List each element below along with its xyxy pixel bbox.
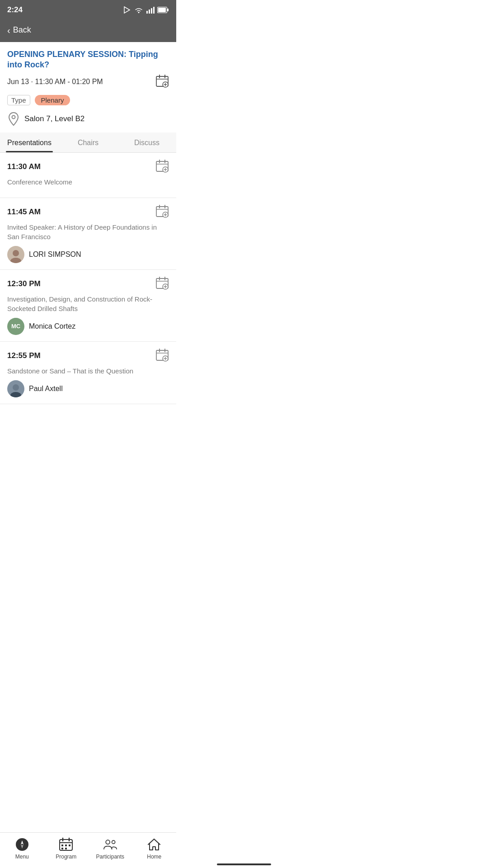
tabs: Presentations Chairs Discuss	[0, 132, 176, 153]
calendar-add-icon	[155, 74, 169, 88]
speaker-name: LORI SIMPSON	[29, 250, 81, 259]
presentation-item: 11:30 AM Conference Welcome	[0, 153, 176, 198]
presentation-item: 12:30 PM Investigation, Design, and Cons…	[0, 270, 176, 342]
add-to-cal-0[interactable]	[155, 159, 169, 175]
calendar-add-icon	[155, 159, 169, 173]
play-icon	[123, 6, 131, 14]
location-icon	[7, 112, 20, 126]
pres-time-row: 11:30 AM	[7, 159, 169, 175]
calendar-add-icon	[155, 348, 169, 362]
svg-rect-7	[158, 8, 166, 12]
nav-bar: ‹ Back	[0, 20, 176, 42]
wifi-icon	[134, 6, 144, 14]
type-badge: Plenary	[35, 95, 70, 105]
svg-point-1	[138, 12, 140, 13]
calendar-add-icon	[155, 276, 169, 290]
pres-title: Investigation, Design, and Construction …	[7, 294, 169, 313]
svg-marker-0	[124, 7, 130, 13]
pres-speaker: Paul Axtell	[7, 380, 169, 397]
location-row: Salon 7, Level B2	[7, 112, 169, 132]
svg-point-48	[10, 392, 21, 397]
pres-time: 12:55 PM	[7, 351, 41, 360]
speaker-avatar-paul	[7, 380, 24, 397]
status-icons	[123, 6, 169, 14]
calendar-add-icon	[155, 204, 169, 218]
session-details: OPENING PLENARY SESSION: Tipping into Ro…	[0, 42, 176, 132]
svg-rect-4	[151, 8, 152, 14]
svg-point-16	[12, 115, 15, 118]
session-location: Salon 7, Level B2	[24, 114, 84, 123]
svg-rect-5	[153, 7, 155, 14]
add-to-cal-2[interactable]	[155, 276, 169, 292]
status-time: 2:24	[7, 5, 23, 14]
pres-time-row: 12:30 PM	[7, 276, 169, 292]
pres-time-row: 11:45 AM	[7, 204, 169, 220]
speaker-avatar-mc: MC	[7, 318, 24, 335]
status-bar: 2:24	[0, 0, 176, 20]
svg-point-32	[10, 258, 21, 263]
type-row: Type Plenary	[7, 95, 169, 105]
speaker-avatar-lori	[7, 246, 24, 263]
pres-speaker: LORI SIMPSON	[7, 246, 169, 263]
pres-title: Conference Welcome	[7, 177, 169, 187]
back-button[interactable]: ‹ Back	[7, 25, 31, 35]
back-chevron-icon: ‹	[7, 26, 10, 35]
signal-icon	[146, 6, 155, 14]
pres-title: Invited Speaker: A History of Deep Found…	[7, 222, 169, 241]
presentations-list: 11:30 AM Conference Welcome	[0, 153, 176, 404]
add-to-calendar-button[interactable]	[155, 74, 169, 90]
session-datetime-row: Jun 13 · 11:30 AM - 01:20 PM	[7, 74, 169, 90]
presentation-item: 12:55 PM Sandstone or Sand – That is the…	[0, 342, 176, 404]
back-label: Back	[13, 25, 31, 35]
pres-time: 12:30 PM	[7, 279, 41, 288]
presentation-item: 11:45 AM Invited Speaker: A History of D…	[0, 198, 176, 270]
tab-presentations[interactable]: Presentations	[0, 132, 59, 152]
pres-time: 11:30 AM	[7, 162, 41, 171]
pres-time-row: 12:55 PM	[7, 348, 169, 363]
tab-discuss[interactable]: Discuss	[117, 132, 176, 152]
speaker-name: Monica Cortez	[29, 322, 75, 330]
pres-speaker: MC Monica Cortez	[7, 318, 169, 335]
svg-rect-3	[149, 9, 150, 14]
svg-rect-8	[167, 9, 169, 11]
tab-chairs[interactable]: Chairs	[59, 132, 117, 152]
type-label: Type	[7, 95, 30, 105]
add-to-cal-1[interactable]	[155, 204, 169, 220]
battery-icon	[157, 7, 169, 13]
session-title: OPENING PLENARY SESSION: Tipping into Ro…	[7, 49, 169, 71]
svg-rect-2	[146, 11, 148, 14]
pres-title: Sandstone or Sand – That is the Question	[7, 366, 169, 376]
session-datetime: Jun 13 · 11:30 AM - 01:20 PM	[7, 78, 103, 86]
pres-time: 11:45 AM	[7, 208, 41, 217]
svg-point-31	[13, 250, 19, 256]
add-to-cal-3[interactable]	[155, 348, 169, 363]
speaker-name: Paul Axtell	[29, 385, 63, 393]
svg-point-47	[13, 384, 19, 391]
